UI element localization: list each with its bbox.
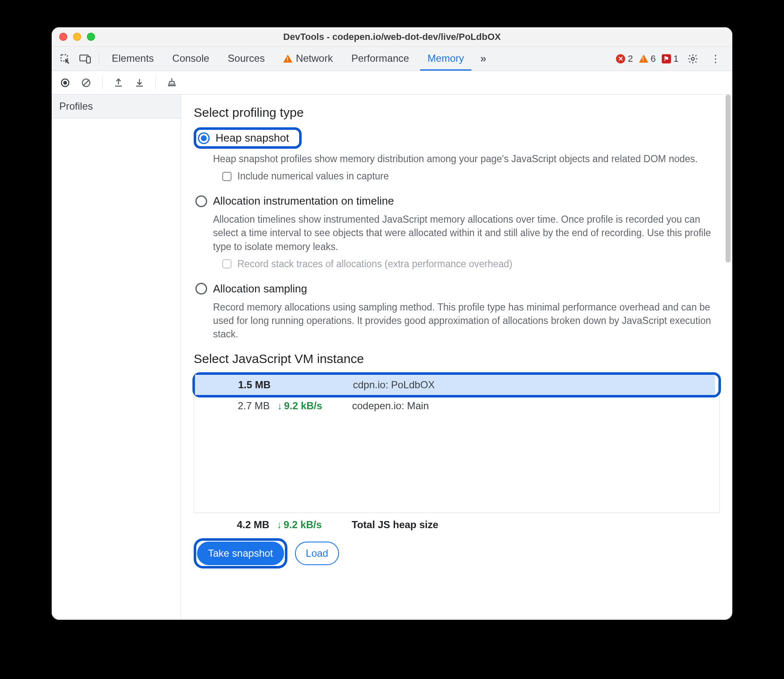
- option-label: Allocation sampling: [213, 282, 307, 295]
- tab-console[interactable]: Console: [165, 47, 217, 71]
- radio-heap-snapshot[interactable]: Heap snapshot: [196, 130, 293, 146]
- radio-icon: [195, 195, 207, 207]
- vm-origin: cdpn.io: PoLdbOX: [353, 379, 707, 391]
- checkbox-include-numerical[interactable]: Include numerical values in capture: [222, 171, 720, 182]
- memory-toolbar: [52, 71, 732, 95]
- option-description: Heap snapshot profiles show memory distr…: [213, 152, 720, 166]
- memory-panel: Select profiling type Heap snapshot Heap…: [181, 95, 732, 620]
- arrow-down-icon: ↓: [277, 519, 282, 531]
- warning-icon: [639, 55, 648, 63]
- section-vm-instance: Select JavaScript VM instance: [194, 352, 720, 366]
- radio-allocation-timeline[interactable]: Allocation instrumentation on timeline: [194, 193, 720, 209]
- vm-row[interactable]: 1.5 MB cdpn.io: PoLdbOX: [195, 375, 715, 395]
- rate-value: 9.2 kB/s: [284, 400, 322, 412]
- vm-origin: codepen.io: Main: [352, 400, 711, 412]
- radio-icon: [198, 132, 210, 144]
- scrollbar[interactable]: [726, 95, 731, 263]
- svg-point-5: [63, 81, 67, 84]
- separator: [102, 76, 103, 89]
- arrow-down-icon: ↓: [277, 400, 282, 412]
- vm-rate: ↓ 9.2 kB/s: [277, 400, 349, 412]
- total-rate: ↓ 9.2 kB/s: [277, 519, 348, 531]
- option-allocation-sampling: Allocation sampling Record memory alloca…: [194, 281, 720, 341]
- tab-network[interactable]: Network: [276, 47, 340, 71]
- errors-badge[interactable]: ✕ 2: [616, 53, 633, 64]
- rate-value: 9.2 kB/s: [284, 519, 322, 531]
- load-button[interactable]: Load: [295, 542, 339, 565]
- checkbox-stack-traces: Record stack traces of allocations (extr…: [222, 258, 720, 270]
- issue-count: 1: [674, 53, 679, 64]
- warning-icon: [283, 55, 292, 63]
- more-tabs-icon[interactable]: »: [475, 50, 492, 67]
- record-icon[interactable]: [58, 75, 73, 90]
- option-label: Heap snapshot: [216, 132, 289, 145]
- kebab-menu-icon[interactable]: ⋮: [707, 50, 724, 67]
- device-toolbar-icon[interactable]: [77, 50, 94, 67]
- footer-buttons: Take snapshot Load: [194, 538, 720, 568]
- option-heap-snapshot: Heap snapshot Heap snapshot profiles sho…: [194, 127, 720, 182]
- tab-memory[interactable]: Memory: [420, 47, 472, 71]
- checkbox-icon: [222, 172, 232, 181]
- vm-summary: 4.2 MB ↓ 9.2 kB/s Total JS heap size: [194, 513, 720, 535]
- inspect-element-icon[interactable]: [57, 50, 74, 67]
- settings-icon[interactable]: [684, 50, 701, 67]
- error-icon: ✕: [616, 54, 625, 63]
- option-description: Record memory allocations using sampling…: [213, 300, 720, 341]
- option-label: Allocation instrumentation on timeline: [213, 195, 394, 208]
- vm-size: 1.5 MB: [203, 379, 275, 391]
- checkbox-icon: [222, 259, 232, 268]
- vm-size: 2.7 MB: [203, 400, 274, 412]
- vm-row[interactable]: 2.7 MB ↓ 9.2 kB/s codepen.io: Main: [194, 396, 719, 416]
- clear-icon[interactable]: [79, 75, 94, 90]
- svg-rect-2: [87, 57, 90, 63]
- warning-count: 6: [651, 53, 656, 64]
- traffic-lights: [59, 33, 95, 41]
- radio-icon: [195, 283, 207, 295]
- export-icon[interactable]: [111, 75, 126, 90]
- highlight-ring: Heap snapshot: [194, 127, 302, 149]
- issues-badge[interactable]: ⚑ 1: [662, 53, 679, 64]
- section-profiling-type: Select profiling type: [194, 105, 720, 120]
- close-window-button[interactable]: [59, 33, 67, 41]
- svg-point-3: [692, 57, 695, 60]
- minimize-window-button[interactable]: [73, 33, 81, 41]
- warnings-badge[interactable]: 6: [639, 53, 656, 64]
- take-snapshot-button[interactable]: Take snapshot: [197, 542, 284, 565]
- divider: [99, 52, 99, 66]
- devtools-window: DevTools - codepen.io/web-dot-dev/live/P…: [52, 27, 732, 620]
- window-title: DevTools - codepen.io/web-dot-dev/live/P…: [52, 32, 732, 42]
- main-tabs: Elements Console Sources Network Perform…: [52, 47, 732, 71]
- gc-broom-icon[interactable]: [164, 75, 179, 90]
- titlebar: DevTools - codepen.io/web-dot-dev/live/P…: [52, 27, 732, 47]
- highlight-ring: 1.5 MB cdpn.io: PoLdbOX: [192, 372, 721, 397]
- tab-sources[interactable]: Sources: [220, 47, 272, 71]
- zoom-window-button[interactable]: [87, 33, 95, 41]
- error-count: 2: [628, 53, 633, 64]
- total-size: 4.2 MB: [202, 519, 274, 531]
- vm-instance-table: 1.5 MB cdpn.io: PoLdbOX 2.7 MB ↓ 9.2 kB/…: [194, 374, 720, 513]
- option-description: Allocation timelines show instrumented J…: [213, 213, 720, 253]
- checkbox-label: Include numerical values in capture: [237, 171, 389, 182]
- import-icon[interactable]: [132, 75, 147, 90]
- highlight-ring: Take snapshot: [194, 538, 287, 568]
- checkbox-label: Record stack traces of allocations (extr…: [237, 258, 513, 270]
- separator: [155, 76, 156, 89]
- tab-performance[interactable]: Performance: [344, 47, 416, 71]
- svg-line-7: [83, 80, 89, 86]
- tab-elements[interactable]: Elements: [104, 47, 161, 71]
- radio-allocation-sampling[interactable]: Allocation sampling: [194, 281, 720, 297]
- profiles-sidebar: Profiles: [52, 95, 181, 620]
- issue-flag-icon: ⚑: [662, 54, 671, 63]
- tab-label: Network: [296, 53, 333, 64]
- total-label: Total JS heap size: [352, 519, 711, 531]
- option-allocation-timeline: Allocation instrumentation on timeline A…: [194, 193, 720, 270]
- sidebar-header: Profiles: [52, 95, 181, 118]
